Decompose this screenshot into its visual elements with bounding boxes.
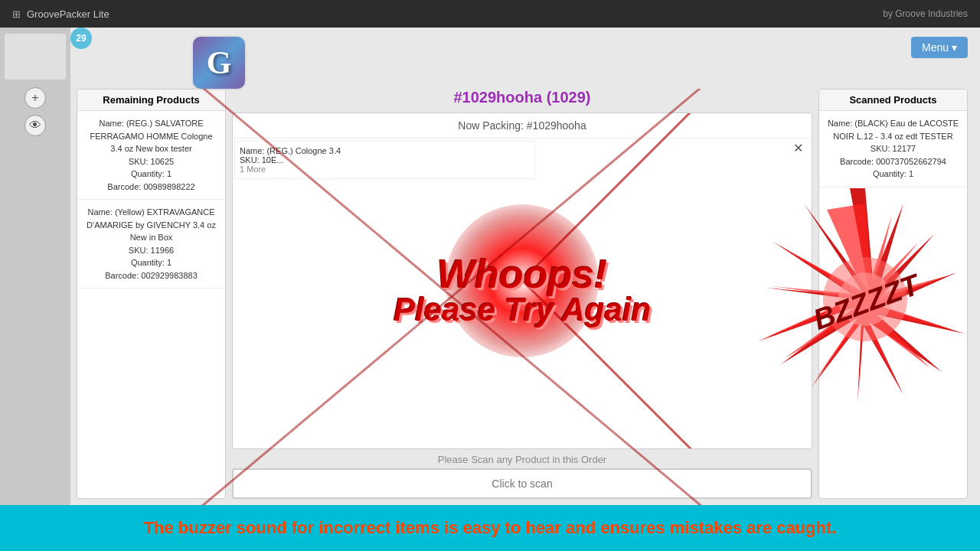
whoops-text: Whoops! Please Try Again (394, 254, 651, 326)
scanned-product-1-barcode: Barcode: 000737052662794 (825, 155, 961, 168)
remaining-product-2: Name: (Yellow) EXTRAVAGANCE D'AMARIGE by… (77, 200, 225, 289)
remaining-product-2-sku: SKU: 11966 (83, 244, 219, 257)
remaining-product-1-name: Name: (REG.) SALVATORE FERRAGAMO HOMME C… (83, 117, 219, 155)
sidebar-section-1 (5, 34, 66, 80)
scanned-product-1-sku: SKU: 12177 (825, 142, 961, 155)
scan-input[interactable] (232, 468, 812, 499)
packing-box: Now Packing: #1029hooha Name: (REG.) Col… (232, 112, 812, 449)
packing-overlay-sku: SKU: 10E... (240, 155, 530, 165)
sidebar-eye-button[interactable]: 👁 (24, 115, 46, 136)
menu-button[interactable]: Menu ▾ (911, 37, 968, 58)
scanned-products-scroll[interactable]: Name: (BLACK) Eau de LACOSTE NOIR L.12 -… (819, 111, 967, 187)
app-name: GroovePacker Lite (27, 8, 109, 20)
scanned-product-1-qty: Quantity: 1 (825, 168, 961, 181)
remaining-product-2-barcode: Barcode: 002929983883 (83, 269, 219, 282)
notification-badge[interactable]: 29 (70, 28, 92, 49)
scanned-products-header: Scanned Products (819, 90, 967, 111)
center-panel: #1029hooha (1029) Now Packing: #1029hooh… (232, 89, 812, 499)
packing-product-overlay: Name: (REG.) Cologne 3.4 SKU: 10E... 1 M… (234, 141, 535, 179)
bottom-banner-text: The buzzer sound for incorrect items is … (144, 518, 837, 538)
packing-overlay-name: Name: (REG.) Cologne 3.4 (240, 146, 530, 155)
scanned-product-1: Name: (BLACK) Eau de LACOSTE NOIR L.12 -… (819, 111, 967, 187)
logo-circle: G (191, 35, 247, 90)
logo-area: G (191, 35, 247, 90)
remaining-product-1-qty: Quantity: 1 (83, 168, 219, 181)
by-text: by Groove Industries (883, 8, 968, 19)
packing-header: Now Packing: #1029hooha (233, 113, 812, 139)
remaining-products-scroll[interactable]: Name: (REG.) SALVATORE FERRAGAMO HOMME C… (77, 111, 225, 289)
scanned-product-1-name: Name: (BLACK) Eau de LACOSTE NOIR L.12 -… (825, 117, 961, 142)
logo-g: G (207, 44, 232, 81)
top-bar-left: ⊞ GroovePacker Lite (12, 8, 109, 20)
remaining-products-header: Remaining Products (77, 90, 225, 111)
remaining-product-1-sku: SKU: 10625 (83, 155, 219, 168)
grid-icon: ⊞ (12, 8, 21, 20)
remaining-products-panel: Remaining Products Name: (REG.) SALVATOR… (77, 89, 226, 499)
top-bar: ⊞ GroovePacker Lite by Groove Industries (0, 0, 980, 28)
sidebar: + 👁 (0, 28, 70, 505)
packing-overlay-more: 1 More (240, 165, 530, 174)
remaining-product-1: Name: (REG.) SALVATORE FERRAGAMO HOMME C… (77, 111, 225, 200)
remaining-product-2-qty: Quantity: 1 (83, 256, 219, 269)
bottom-banner: The buzzer sound for incorrect items is … (0, 505, 980, 551)
remaining-product-1-barcode: Barcode: 00989898222 (83, 181, 219, 194)
whoops-line1: Whoops! (394, 254, 651, 294)
scanned-products-panel: Scanned Products Name: (BLACK) Eau de LA… (818, 89, 968, 499)
scan-prompt: Please Scan any Product in this Order (438, 454, 606, 465)
remaining-product-2-name: Name: (Yellow) EXTRAVAGANCE D'AMARIGE by… (83, 206, 219, 244)
whoops-line2: Please Try Again (394, 294, 651, 326)
packing-close-button[interactable]: ✕ (793, 141, 808, 156)
order-title: #1029hooha (1029) (454, 89, 591, 106)
sidebar-add-button[interactable]: + (24, 87, 46, 109)
